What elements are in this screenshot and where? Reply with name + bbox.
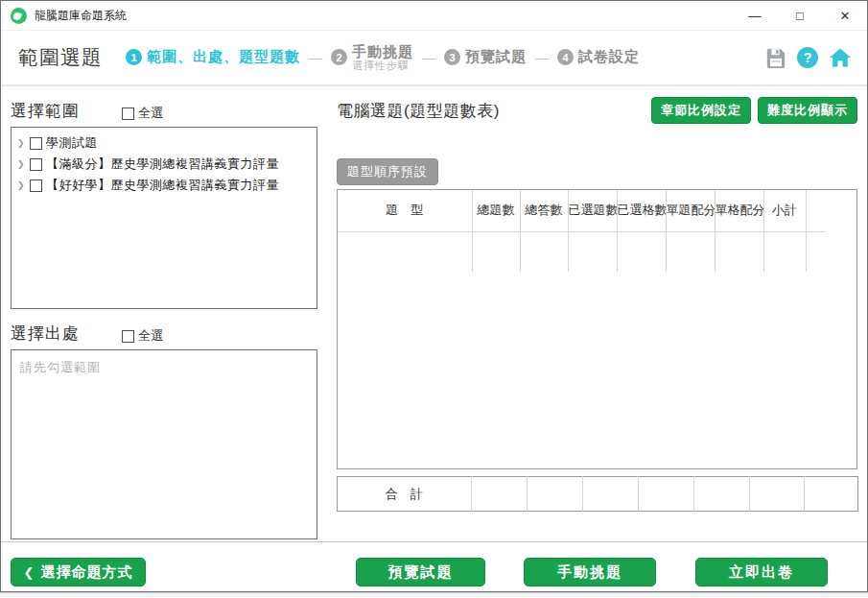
step-2-sublabel: 選擇性步驟 (352, 60, 413, 72)
step-2-manual-pick[interactable]: 2 手動挑題 選擇性步驟 (331, 43, 413, 72)
step-dash: — (422, 50, 435, 65)
close-button[interactable]: ✕ (838, 9, 852, 23)
tree-item-label: 【滿級分】歷史學測總複習講義實力評量 (46, 155, 279, 173)
table-header-row: 題 型 總題數 總答數 已選題數 已選格數 單題配分 單格配分 小計 (338, 190, 825, 231)
step-1-label: 範圍、出處、題型題數 (147, 48, 300, 66)
total-row-table: 合 計 (337, 476, 858, 512)
header: 範圍選題 1 範圍、出處、題型題數 — 2 手動挑題 選擇性步驟 — 3 預覽試… (1, 31, 867, 86)
total-label: 合 計 (338, 477, 472, 512)
step-1-range[interactable]: 1 範圍、出處、題型題數 (126, 48, 300, 66)
source-list: 請先勾選範圍 (11, 349, 317, 539)
titlebar: 龍騰題庫命題系統 — □ ✕ (1, 1, 867, 31)
save-icon[interactable] (765, 47, 786, 68)
range-tree: ❯ 學測試題 ❯ 【滿級分】歷史學測總複習講義實力評量 ❯ 【好好學】歷史學測總… (11, 127, 317, 309)
footer-bar: ❮ 選擇命題方式 預覽試題 手動挑題 立即出卷 (1, 541, 867, 591)
preview-questions-button[interactable]: 預覽試題 (356, 558, 485, 586)
col-selected-questions: 已選題數 (568, 190, 617, 231)
question-type-table: 題 型 總題數 總答數 已選題數 已選格數 單題配分 單格配分 小計 (338, 190, 825, 272)
col-total-questions: 總題數 (472, 190, 520, 231)
source-placeholder: 請先勾選範圍 (20, 360, 101, 374)
step-4-label: 試卷設定 (578, 48, 640, 66)
computer-selection-title: 電腦選題(題型題數表) (337, 100, 500, 122)
tree-item-checkbox[interactable] (30, 158, 42, 171)
chapter-ratio-button[interactable]: 章節比例設定 (651, 97, 751, 124)
app-logo-icon (11, 8, 27, 24)
question-type-order-preset-button[interactable]: 題型順序預設 (337, 158, 438, 185)
step-dash: — (309, 50, 322, 65)
step-3-label: 預覽試題 (465, 48, 527, 66)
right-panel: 電腦選題(題型題數表) 章節比例設定 難度比例顯示 題型順序預設 題 型 (337, 86, 857, 541)
expand-chevron-icon[interactable]: ❯ (17, 138, 25, 148)
back-button-label: 選擇命題方式 (40, 563, 132, 582)
tree-item[interactable]: ❯ 【滿級分】歷史學測總複習講義實力評量 (13, 154, 315, 175)
main-content: 選擇範圍 全選 ❯ 學測試題 ❯ 【滿級分】歷史學測總複習講義實力評量 (1, 86, 867, 541)
select-source-select-all[interactable]: 全選 (122, 327, 163, 345)
page-title: 範圍選題 (18, 44, 103, 71)
tree-item[interactable]: ❯ 學測試題 (13, 132, 315, 154)
back-to-selection-mode-button[interactable]: ❮ 選擇命題方式 (11, 558, 146, 586)
maximize-button[interactable]: □ (793, 9, 807, 23)
step-3-preview[interactable]: 3 預覽試題 (444, 48, 527, 66)
select-range-title: 選擇範圍 (11, 100, 80, 122)
step-2-label: 手動挑題 (352, 43, 413, 60)
step-1-number: 1 (126, 49, 142, 65)
select-all-checkbox[interactable] (122, 330, 134, 343)
desktop-strip (0, 592, 868, 598)
col-subtotal: 小計 (763, 190, 806, 231)
step-2-number: 2 (331, 49, 347, 65)
tree-item-label: 【好好學】歷史學測總複習講義實力評量 (46, 177, 279, 194)
step-dash: — (535, 50, 549, 65)
header-icons: ? (765, 46, 852, 69)
tree-item-checkbox[interactable] (30, 137, 42, 150)
help-icon[interactable]: ? (797, 47, 818, 68)
col-points-per-question: 單題配分 (666, 190, 715, 231)
step-4-paper-settings[interactable]: 4 試卷設定 (557, 48, 640, 66)
step-4-number: 4 (557, 49, 574, 65)
home-icon[interactable] (829, 46, 852, 69)
window-controls: — □ ✕ (748, 9, 867, 23)
back-arrow-icon: ❮ (24, 565, 35, 580)
manual-pick-button[interactable]: 手動挑題 (524, 558, 656, 586)
select-all-label: 全選 (138, 327, 163, 345)
minimize-button[interactable]: — (748, 9, 762, 23)
select-all-label: 全選 (138, 105, 163, 122)
app-title: 龍騰題庫命題系統 (35, 8, 127, 24)
col-question-type: 題 型 (338, 190, 472, 231)
select-all-checkbox[interactable] (122, 108, 134, 120)
generate-paper-button[interactable]: 立即出卷 (695, 558, 828, 586)
col-points-per-blank: 單格配分 (715, 190, 763, 231)
col-total-answers: 總答數 (520, 190, 568, 231)
question-type-table-container: 題 型 總題數 總答數 已選題數 已選格數 單題配分 單格配分 小計 (337, 189, 857, 469)
col-selected-blanks: 已選格數 (617, 190, 666, 231)
total-row: 合 計 (338, 477, 858, 512)
left-panel: 選擇範圍 全選 ❯ 學測試題 ❯ 【滿級分】歷史學測總複習講義實力評量 (11, 86, 317, 541)
table-empty-row (338, 231, 825, 272)
col-blank (806, 190, 825, 231)
expand-chevron-icon[interactable]: ❯ (17, 159, 25, 169)
step-3-number: 3 (444, 49, 460, 65)
tree-item[interactable]: ❯ 【好好學】歷史學測總複習講義實力評量 (13, 175, 315, 196)
tree-item-checkbox[interactable] (30, 179, 42, 192)
select-source-title: 選擇出處 (11, 323, 80, 345)
app-window: 龍騰題庫命題系統 — □ ✕ 範圍選題 1 範圍、出處、題型題數 — 2 手動挑… (0, 0, 868, 592)
difficulty-ratio-button[interactable]: 難度比例顯示 (758, 97, 857, 124)
expand-chevron-icon[interactable]: ❯ (17, 180, 25, 190)
tree-item-label: 學測試題 (46, 134, 98, 152)
select-range-select-all[interactable]: 全選 (122, 105, 163, 122)
wizard-steps: 1 範圍、出處、題型題數 — 2 手動挑題 選擇性步驟 — 3 預覽試題 — 4… (126, 43, 640, 72)
